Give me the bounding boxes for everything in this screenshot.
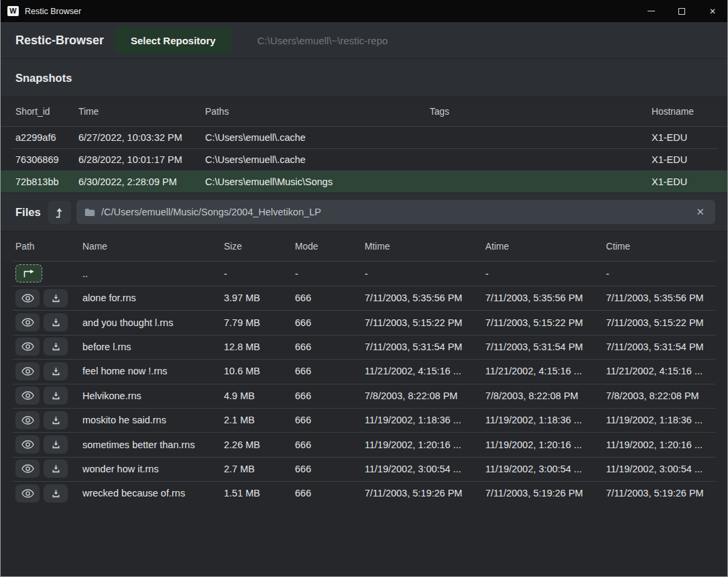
file-size: 2.1 MB	[224, 415, 295, 425]
preview-file-button[interactable]	[15, 362, 40, 380]
download-icon	[51, 488, 61, 499]
parent-atime: -	[485, 268, 606, 279]
file-name: alone for.rns	[82, 293, 224, 303]
file-row: wrecked because of.rns 1.51 MB 666 7/11/…	[1, 481, 727, 505]
file-mtime: 7/8/2003, 8:22:08 PM	[365, 390, 485, 401]
parent-ctime: -	[606, 268, 718, 279]
column-hostname: Hostname	[652, 107, 715, 117]
file-ctime: 7/11/2003, 5:15:22 PM	[606, 317, 718, 328]
current-path-input[interactable]: /C/Users/emuell/Music/Songs/2004_Helveti…	[76, 200, 715, 224]
download-file-button[interactable]	[44, 386, 68, 405]
download-file-button[interactable]	[44, 337, 68, 356]
preview-file-button[interactable]	[15, 435, 40, 454]
file-atime: 11/19/2002, 1:18:36 ...	[485, 415, 606, 425]
clear-path-button[interactable]: ✕	[692, 205, 709, 219]
leave-directory-button[interactable]	[15, 264, 42, 282]
app-window: W Restic Browser ✕ Restic-Browser Select…	[0, 0, 728, 577]
file-mtime: 11/19/2002, 1:18:36 ...	[365, 415, 485, 425]
snapshot-hostname: X1-EDU	[652, 176, 715, 187]
page-title: Restic-Browser	[15, 34, 115, 48]
snapshot-row[interactable]: a2299af6 6/27/2022, 10:03:32 PM C:\Users…	[1, 126, 727, 148]
preview-file-button[interactable]	[15, 313, 40, 331]
file-ctime: 7/11/2003, 5:31:54 PM	[606, 342, 718, 352]
eye-icon	[21, 342, 34, 352]
snapshot-short-id: 76306869	[15, 154, 78, 165]
download-file-button[interactable]	[44, 484, 68, 503]
column-atime: Atime	[485, 242, 606, 252]
file-size: 7.79 MB	[224, 317, 295, 328]
preview-file-button[interactable]	[15, 411, 40, 429]
eye-icon	[21, 464, 34, 474]
download-icon	[51, 366, 61, 376]
column-name: Name	[82, 242, 224, 252]
file-row: alone for.rns 3.97 MB 666 7/11/2003, 5:3…	[1, 286, 727, 310]
preview-file-button[interactable]	[15, 337, 40, 356]
file-mode: 666	[295, 342, 365, 352]
file-mode: 666	[295, 415, 365, 425]
file-row: and you thought l.rns 7.79 MB 666 7/11/2…	[1, 310, 727, 334]
download-file-button[interactable]	[44, 313, 68, 331]
file-mode: 666	[295, 439, 365, 450]
file-row: moskito he said.rns 2.1 MB 666 11/19/200…	[1, 408, 727, 432]
file-size: 3.97 MB	[224, 293, 295, 303]
download-icon	[51, 390, 61, 401]
file-mtime: 7/11/2003, 5:35:56 PM	[365, 293, 485, 303]
snapshot-time: 6/27/2022, 10:03:32 PM	[78, 132, 205, 143]
window-title: Restic Browser	[25, 7, 81, 16]
go-to-root-button[interactable]	[48, 201, 71, 224]
file-name: and you thought l.rns	[82, 317, 224, 328]
preview-file-button[interactable]	[15, 484, 40, 503]
column-mtime: Mtime	[365, 242, 485, 252]
file-name: sometimes better than.rns	[82, 439, 224, 450]
file-size: 1.51 MB	[224, 488, 295, 499]
eye-icon	[21, 439, 34, 450]
preview-file-button[interactable]	[15, 386, 40, 405]
download-icon	[51, 293, 61, 303]
download-icon	[51, 342, 61, 352]
column-ctime: Ctime	[606, 242, 718, 252]
close-button[interactable]: ✕	[697, 0, 728, 22]
download-icon	[51, 317, 61, 327]
maximize-icon	[678, 8, 685, 15]
maximize-button[interactable]	[666, 0, 697, 22]
download-file-button[interactable]	[44, 362, 68, 380]
column-paths: Paths	[205, 107, 430, 117]
download-file-button[interactable]	[44, 411, 68, 429]
snapshots-heading: Snapshots	[1, 59, 727, 97]
parent-mode: -	[295, 268, 365, 279]
snapshot-short-id: a2299af6	[15, 132, 78, 143]
leave-directory-icon	[22, 269, 36, 278]
folder-icon	[84, 208, 95, 217]
file-ctime: 11/19/2002, 1:18:36 ...	[606, 415, 718, 425]
snapshot-short-id: 72b813bb	[15, 176, 78, 187]
eye-icon	[21, 366, 34, 376]
files-table-body: alone for.rns 3.97 MB 666 7/11/2003, 5:3…	[1, 286, 727, 506]
current-path-value: /C/Users/emuell/Music/Songs/2004_Helveti…	[101, 207, 686, 217]
file-row: wonder how it.rns 2.7 MB 666 11/19/2002,…	[1, 457, 727, 481]
snapshot-hostname: X1-EDU	[652, 132, 715, 143]
column-time: Time	[78, 107, 205, 117]
file-ctime: 11/21/2002, 4:15:16 ...	[606, 366, 718, 376]
file-name: feel home now !.rns	[82, 366, 224, 376]
select-repository-button[interactable]: Select Repository	[115, 27, 232, 54]
download-file-button[interactable]	[44, 435, 68, 454]
file-size: 2.7 MB	[224, 464, 295, 474]
file-ctime: 11/19/2002, 3:00:54 ...	[606, 464, 718, 474]
file-atime: 11/21/2002, 4:15:16 ...	[485, 366, 606, 376]
close-icon: ✕	[709, 7, 716, 15]
repository-path-field[interactable]: C:\Users\emuell\~\restic-repo	[257, 35, 713, 46]
download-file-button[interactable]	[44, 289, 68, 307]
file-mtime: 11/19/2002, 1:20:16 ...	[365, 439, 485, 450]
minimize-button[interactable]	[635, 0, 666, 22]
snapshot-row[interactable]: 72b813bb 6/30/2022, 2:28:09 PM C:\Users\…	[1, 170, 727, 193]
snapshot-row[interactable]: 76306869 6/28/2022, 10:01:17 PM C:\Users…	[1, 148, 727, 170]
download-icon	[51, 439, 61, 450]
clear-path-icon: ✕	[696, 206, 705, 217]
snapshot-hostname: X1-EDU	[652, 154, 715, 165]
file-mode: 666	[295, 488, 365, 499]
download-icon	[51, 415, 61, 425]
preview-file-button[interactable]	[15, 460, 40, 478]
preview-file-button[interactable]	[15, 289, 40, 307]
download-file-button[interactable]	[44, 460, 68, 478]
files-heading: Files	[15, 206, 42, 219]
